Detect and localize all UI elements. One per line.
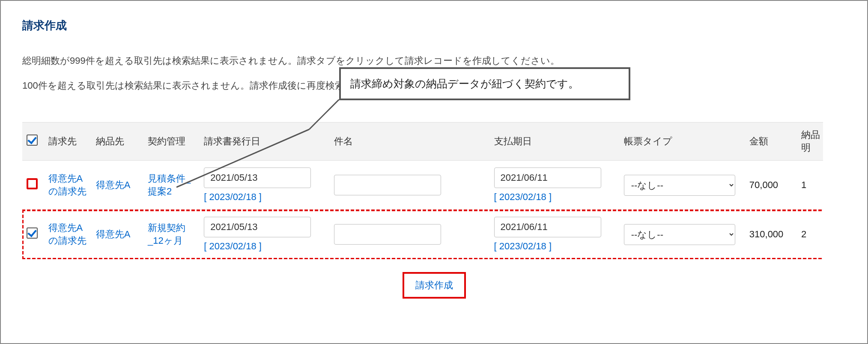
name-input[interactable] (334, 224, 441, 245)
shipto-link[interactable]: 得意先A (96, 229, 131, 239)
table-row: 得意先Aの請求先 得意先A 見積条件_提案2 [ 2023/02/18 ] [ … (22, 161, 823, 210)
billto-link[interactable]: 得意先Aの請求先 (48, 222, 87, 246)
paydue-date-alt[interactable]: [ 2023/02/18 ] (494, 241, 615, 252)
deliv-cell: 1 (797, 161, 823, 210)
billing-table: 請求先 納品先 契約管理 請求書発行日 件名 支払期日 帳票タイプ 金額 納品明 (22, 122, 823, 259)
page-title: 請求作成 (22, 18, 846, 33)
header-row: 請求先 納品先 契約管理 請求書発行日 件名 支払期日 帳票タイプ 金額 納品明 (22, 123, 823, 161)
issue-date-alt[interactable]: [ 2023/02/18 ] (204, 191, 325, 203)
col-contract: 契約管理 (143, 123, 200, 161)
billto-link[interactable]: 得意先Aの請求先 (48, 173, 87, 197)
col-issue: 請求書発行日 (200, 123, 329, 161)
deliv-cell: 2 (797, 210, 823, 259)
row-checkbox[interactable] (27, 178, 38, 189)
shipto-link[interactable]: 得意先A (96, 179, 131, 190)
paydue-date-alt[interactable]: [ 2023/02/18 ] (494, 191, 615, 203)
issue-date-input[interactable] (204, 168, 311, 188)
col-paydue: 支払期日 (490, 123, 620, 161)
select-all-checkbox[interactable] (27, 135, 38, 146)
row-checkbox[interactable] (27, 227, 38, 239)
issue-date-input[interactable] (204, 217, 311, 237)
col-amount: 金額 (745, 123, 797, 161)
col-billto: 請求先 (44, 123, 92, 161)
amount-cell: 310,000 (745, 210, 797, 259)
note-999: 総明細数が999件を超える取引先は検索結果に表示されません。請求タブをクリックし… (22, 54, 846, 67)
amount-cell: 70,000 (745, 161, 797, 210)
paydue-date-input[interactable] (494, 168, 601, 188)
col-name: 件名 (330, 123, 490, 161)
col-deliv: 納品明 (797, 123, 823, 161)
name-input[interactable] (334, 175, 441, 195)
type-select[interactable]: --なし-- (624, 175, 735, 196)
contract-link[interactable]: 見積条件_提案2 (148, 173, 191, 197)
contract-link[interactable]: 新規契約_12ヶ月 (148, 222, 185, 246)
col-shipto: 納品先 (92, 123, 143, 161)
type-select[interactable]: --なし-- (624, 224, 735, 245)
paydue-date-input[interactable] (494, 217, 601, 237)
grid-scroll[interactable]: 請求先 納品先 契約管理 請求書発行日 件名 支払期日 帳票タイプ 金額 納品明 (22, 122, 823, 259)
create-billing-button[interactable]: 請求作成 (403, 272, 466, 299)
col-type: 帳票タイプ (620, 123, 745, 161)
table-row: 得意先Aの請求先 得意先A 新規契約_12ヶ月 [ 2023/02/18 ] [… (22, 210, 823, 259)
issue-date-alt[interactable]: [ 2023/02/18 ] (204, 241, 325, 252)
callout-annotation: 請求締め対象の納品データが紐づく契約です。 (339, 67, 630, 100)
